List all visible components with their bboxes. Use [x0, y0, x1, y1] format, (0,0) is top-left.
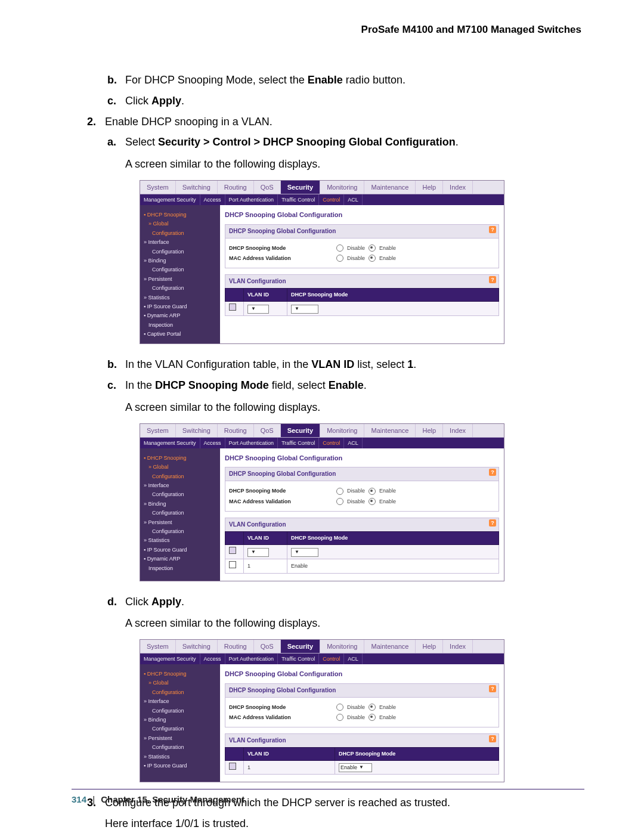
sidebar-item-interface[interactable]: » Interface: [144, 481, 216, 490]
sidebar-group-dhcp[interactable]: ▪ DHCP Snooping: [144, 454, 216, 462]
subtab-traffic-ctl[interactable]: Traffic Control: [278, 654, 319, 664]
snooping-mode-select[interactable]: ▼: [291, 305, 318, 314]
subtab-control[interactable]: Control: [319, 438, 344, 448]
sidebar-item-interface-config[interactable]: Configuration: [152, 490, 216, 498]
tab-switching[interactable]: Switching: [176, 181, 218, 194]
radio-disable-2[interactable]: [336, 255, 343, 262]
subtab-mgmt-security[interactable]: Management Security: [140, 194, 200, 205]
sidebar-item-persistent[interactable]: » Persistent: [144, 518, 216, 527]
subtab-port-auth[interactable]: Port Authentication: [225, 438, 278, 448]
tab-security[interactable]: Security: [281, 640, 320, 653]
subtab-acl[interactable]: ACL: [344, 438, 363, 448]
tab-maintenance[interactable]: Maintenance: [364, 640, 416, 653]
tab-qos[interactable]: QoS: [254, 640, 281, 653]
tab-routing[interactable]: Routing: [218, 424, 254, 437]
tab-system[interactable]: System: [140, 181, 176, 194]
tab-monitoring[interactable]: Monitoring: [320, 424, 364, 437]
radio-enable-2[interactable]: [369, 714, 376, 721]
tab-help[interactable]: Help: [416, 640, 443, 653]
help-icon[interactable]: ?: [489, 685, 496, 692]
help-icon[interactable]: ?: [489, 735, 496, 742]
sidebar-link-ip-source-guard[interactable]: ▪ IP Source Guard: [144, 546, 216, 554]
tab-routing[interactable]: Routing: [218, 181, 254, 194]
subtab-port-auth[interactable]: Port Authentication: [225, 654, 278, 664]
tab-system[interactable]: System: [140, 424, 176, 437]
radio-disable-1[interactable]: [336, 704, 343, 711]
sidebar-item-global-config[interactable]: Configuration: [152, 472, 216, 481]
tab-qos[interactable]: QoS: [254, 181, 281, 194]
sidebar-item-interface[interactable]: » Interface: [144, 238, 216, 246]
subtab-control[interactable]: Control: [319, 194, 344, 205]
tab-switching[interactable]: Switching: [176, 424, 218, 437]
sidebar-link-ip-source-guard[interactable]: ▪ IP Source Guard: [144, 761, 216, 770]
sidebar-item-binding-config[interactable]: Configuration: [152, 265, 216, 274]
tab-qos[interactable]: QoS: [254, 424, 281, 437]
sidebar-item-binding[interactable]: » Binding: [144, 716, 216, 724]
sidebar-item-interface[interactable]: » Interface: [144, 697, 216, 705]
sidebar-item-binding-config[interactable]: Configuration: [152, 509, 216, 517]
radio-enable-1[interactable]: [369, 704, 376, 711]
radio-enable-1[interactable]: [369, 488, 376, 495]
tab-index[interactable]: Index: [443, 181, 473, 194]
tab-security[interactable]: Security: [281, 424, 320, 437]
help-icon[interactable]: ?: [489, 276, 496, 283]
radio-enable-2[interactable]: [369, 255, 376, 262]
tab-help[interactable]: Help: [416, 181, 443, 194]
tab-system[interactable]: System: [140, 640, 176, 653]
sidebar-item-statistics[interactable]: » Statistics: [144, 753, 216, 761]
subtab-mgmt-security[interactable]: Management Security: [140, 438, 200, 448]
checkbox-row-new[interactable]: [229, 304, 236, 311]
snooping-mode-select[interactable]: ▼: [291, 548, 318, 557]
radio-disable-2[interactable]: [336, 714, 343, 721]
sidebar-item-statistics[interactable]: » Statistics: [144, 293, 216, 302]
sidebar-item-persistent[interactable]: » Persistent: [144, 275, 216, 283]
sidebar-item-interface-config[interactable]: Configuration: [152, 247, 216, 256]
tab-maintenance[interactable]: Maintenance: [364, 424, 416, 437]
sidebar-item-global-config[interactable]: Configuration: [152, 688, 216, 696]
vlan-id-select[interactable]: ▼: [247, 305, 269, 314]
vlan-id-select[interactable]: ▼: [247, 548, 269, 557]
sidebar-link-captive-portal[interactable]: ▪ Captive Portal: [144, 330, 216, 338]
subtab-access[interactable]: Access: [200, 438, 225, 448]
tab-security[interactable]: Security: [281, 181, 320, 194]
subtab-mgmt-security[interactable]: Management Security: [140, 654, 200, 664]
radio-disable-1[interactable]: [336, 488, 343, 495]
checkbox-row-1[interactable]: [229, 763, 236, 770]
sidebar-item-interface-config[interactable]: Configuration: [152, 707, 216, 715]
subtab-traffic-ctl[interactable]: Traffic Control: [278, 194, 319, 205]
tab-monitoring[interactable]: Monitoring: [320, 181, 364, 194]
sidebar-item-persistent-config[interactable]: Configuration: [152, 284, 216, 292]
sidebar-item-binding[interactable]: » Binding: [144, 500, 216, 508]
tab-switching[interactable]: Switching: [176, 640, 218, 653]
subtab-access[interactable]: Access: [200, 194, 225, 205]
subtab-traffic-ctl[interactable]: Traffic Control: [278, 438, 319, 448]
sidebar-link-inspection[interactable]: Inspection: [148, 321, 216, 329]
sidebar-link-ip-source-guard[interactable]: ▪ IP Source Guard: [144, 302, 216, 311]
sidebar-group-dhcp[interactable]: ▪ DHCP Snooping: [144, 210, 216, 219]
help-icon[interactable]: ?: [489, 226, 496, 233]
checkbox-row-new[interactable]: [229, 547, 236, 554]
subtab-acl[interactable]: ACL: [344, 194, 363, 205]
subtab-acl[interactable]: ACL: [344, 654, 363, 664]
sidebar-item-global-config[interactable]: Configuration: [152, 229, 216, 237]
sidebar-link-dynamic-arp[interactable]: ▪ Dynamic ARP: [144, 311, 216, 320]
help-icon[interactable]: ?: [489, 469, 496, 476]
sidebar-link-inspection[interactable]: Inspection: [148, 564, 216, 572]
radio-disable-1[interactable]: [336, 244, 343, 252]
sidebar-item-statistics[interactable]: » Statistics: [144, 536, 216, 544]
tab-routing[interactable]: Routing: [218, 640, 254, 653]
radio-enable-2[interactable]: [369, 498, 376, 505]
sidebar-link-dynamic-arp[interactable]: ▪ Dynamic ARP: [144, 555, 216, 563]
snooping-mode-select[interactable]: Enable▼: [339, 763, 372, 772]
sidebar-item-binding[interactable]: » Binding: [144, 256, 216, 265]
subtab-access[interactable]: Access: [200, 654, 225, 664]
subtab-control[interactable]: Control: [319, 654, 344, 664]
sidebar-item-binding-config[interactable]: Configuration: [152, 724, 216, 733]
tab-index[interactable]: Index: [443, 640, 473, 653]
sidebar-item-global[interactable]: » Global: [148, 463, 216, 471]
tab-maintenance[interactable]: Maintenance: [364, 181, 416, 194]
sidebar-group-dhcp[interactable]: ▪ DHCP Snooping: [144, 670, 216, 678]
sidebar-item-persistent[interactable]: » Persistent: [144, 734, 216, 742]
radio-enable-1[interactable]: [369, 244, 376, 252]
sidebar-item-persistent-config[interactable]: Configuration: [152, 743, 216, 751]
